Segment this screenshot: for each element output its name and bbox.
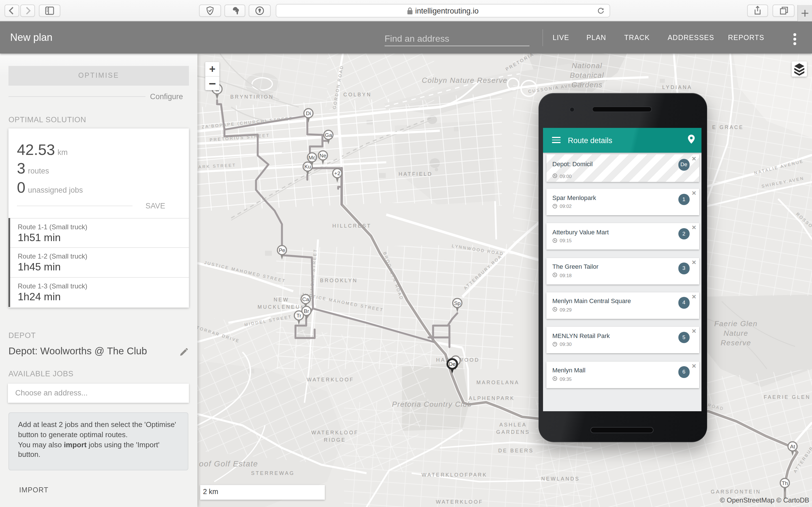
svg-text:E GRACE: E GRACE — [712, 124, 744, 130]
svg-text:RIDGE: RIDGE — [324, 437, 346, 443]
svg-text:Ga: Ga — [325, 132, 332, 138]
svg-text:Br: Br — [304, 308, 309, 314]
svg-text:MUCKLENEUK: MUCKLENEUK — [257, 304, 305, 310]
svg-text:Ne: Ne — [319, 153, 326, 159]
svg-text:oof Golf Estate: oof Golf Estate — [199, 459, 258, 468]
svg-text:Th: Th — [782, 480, 788, 486]
svg-text:Ca: Ca — [302, 296, 309, 302]
svg-text:Botanical: Botanical — [570, 71, 604, 79]
svg-text:LYDIANA: LYDIANA — [662, 84, 693, 90]
svg-text:HILLCREST: HILLCREST — [333, 223, 371, 229]
svg-text:WATERKLOOFPARK: WATERKLOOFPARK — [421, 472, 487, 478]
svg-text:+2: +2 — [334, 170, 340, 176]
svg-text:HATFIELD: HATFIELD — [399, 171, 433, 177]
svg-text:NEW: NEW — [273, 297, 289, 302]
svg-text:BRYNTIRION: BRYNTIRION — [231, 94, 274, 100]
svg-text:Di: Di — [306, 110, 311, 116]
svg-text:COLBYN: COLBYN — [343, 92, 371, 98]
svg-text:NEWLANDS: NEWLANDS — [541, 476, 580, 482]
svg-text:Gardens: Gardens — [571, 80, 603, 89]
svg-text:At: At — [790, 444, 795, 450]
svg-text:GARDENS: GARDENS — [496, 429, 530, 435]
svg-text:Faerie Glen: Faerie Glen — [714, 320, 757, 328]
svg-text:Pe: Pe — [278, 247, 285, 253]
svg-text:Nature: Nature — [723, 329, 748, 337]
svg-text:De: De — [449, 361, 456, 367]
svg-text:Ku: Ku — [305, 164, 311, 170]
svg-text:Pretoria Country Club: Pretoria Country Club — [392, 400, 472, 408]
svg-text:National: National — [572, 61, 602, 70]
svg-text:STERREWAG: STERREWAG — [251, 470, 295, 476]
svg-text:GARSFONTEIN: GARSFONTEIN — [711, 489, 761, 495]
svg-text:Reserve: Reserve — [721, 339, 751, 347]
svg-text:Tr: Tr — [296, 313, 301, 319]
svg-text:Mc: Mc — [308, 155, 315, 161]
svg-text:ALPHENPARK: ALPHENPARK — [469, 395, 515, 401]
svg-text:FAERIE GLEN: FAERIE GLEN — [764, 394, 811, 400]
svg-text:Sp: Sp — [454, 300, 460, 306]
svg-text:WATERKLOOF: WATERKLOOF — [436, 499, 483, 505]
svg-text:MAROELANA: MAROELANA — [476, 380, 520, 385]
svg-text:WATERKLOOF: WATERKLOOF — [307, 377, 354, 383]
svg-text:ASHLEA: ASHLEA — [499, 422, 527, 428]
svg-text:WATERKLOOF: WATERKLOOF — [311, 430, 359, 436]
svg-text:Colbyn Nature Reserve: Colbyn Nature Reserve — [422, 76, 507, 84]
svg-text:BROOKLYN: BROOKLYN — [320, 278, 358, 283]
svg-text:DE BEERS: DE BEERS — [498, 448, 534, 453]
